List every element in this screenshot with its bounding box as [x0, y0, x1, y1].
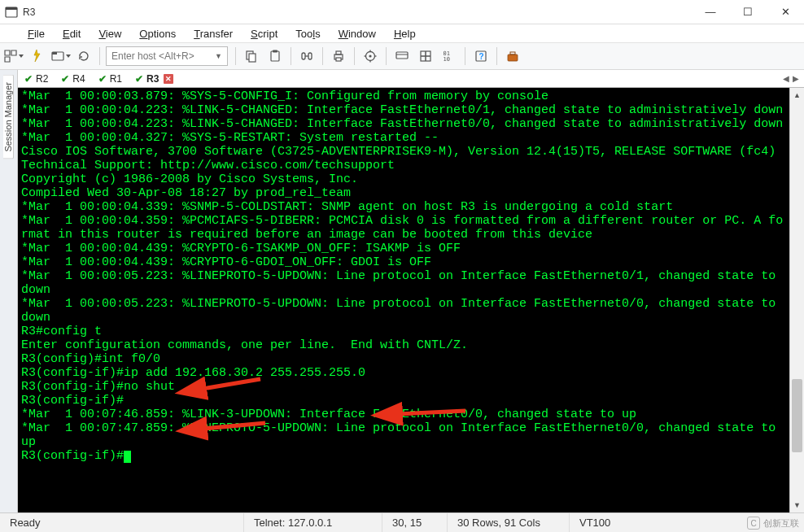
terminal-line: R3(config-if)#	[21, 394, 124, 408]
terminal-output[interactable]: *Mar 1 00:00:03.879: %SYS-5-CONFIG_I: Co…	[18, 88, 789, 512]
toolbar: Enter host <Alt+R> ▼ 0110 ?	[0, 42, 804, 70]
tab-nav-arrows: ◀ ▶	[783, 74, 799, 83]
terminal-line: R3(config-if)#no shut	[21, 380, 175, 394]
toolbar-separator	[291, 47, 291, 65]
menu-window[interactable]: Window	[330, 26, 384, 41]
terminal-line: *Mar 1 00:00:04.223: %LINK-5-CHANGED: In…	[21, 103, 783, 117]
status-bar: Ready Telnet: 127.0.0.1 30, 15 30 Rows, …	[0, 512, 804, 532]
host-input[interactable]: Enter host <Alt+R> ▼	[106, 46, 228, 66]
toolbar-separator	[354, 47, 355, 65]
session-tab-r4[interactable]: ✔R4	[58, 72, 88, 86]
window-title: R3	[23, 7, 35, 18]
properties-button[interactable]	[359, 45, 382, 68]
session-manager-button[interactable]	[2, 45, 24, 68]
terminal-line: *Mar 1 00:00:04.439: %CRYPTO-6-ISAKMP_ON…	[21, 242, 461, 255]
tile-button[interactable]	[414, 45, 437, 68]
watermark: C 创新互联	[747, 517, 799, 530]
terminal-line: Enter configuration commands, one per li…	[21, 338, 468, 352]
menu-help[interactable]: Help	[386, 26, 424, 41]
terminal-line: Compiled Wed 30-Apr-08 18:27 by prod_rel…	[21, 186, 351, 200]
close-button[interactable]: ✕	[767, 0, 804, 24]
menu-file[interactable]: File	[20, 26, 53, 41]
terminal-line: *Mar 1 00:00:04.339: %SNMP-5-COLDSTART: …	[21, 200, 673, 214]
session-tab-r3[interactable]: ✔R3✕	[132, 72, 177, 86]
chevron-down-icon: ▼	[215, 52, 222, 60]
svg-rect-9	[308, 53, 312, 59]
svg-rect-8	[302, 53, 305, 59]
terminal-line: R3(config-if)#	[21, 449, 124, 463]
menu-bar: File Edit View Options Transfer Script T…	[0, 24, 804, 42]
toolbar-separator	[235, 47, 236, 65]
check-icon: ✔	[98, 73, 107, 85]
svg-rect-29	[508, 55, 518, 61]
minimize-button[interactable]: —	[692, 0, 729, 24]
session-tabs-row: ✔R2 ✔R4 ✔R1 ✔R3✕ ◀ ▶	[18, 70, 804, 88]
scroll-track[interactable]	[790, 102, 804, 498]
side-panel: Session Manager	[0, 70, 18, 512]
connect-in-tab-button[interactable]	[49, 45, 72, 68]
status-cursor: 30, 15	[382, 513, 448, 532]
copy-button[interactable]	[240, 45, 263, 68]
tab-prev-icon[interactable]: ◀	[783, 74, 789, 83]
scroll-down-button[interactable]: ▼	[790, 498, 804, 512]
paste-button[interactable]	[264, 45, 286, 68]
svg-rect-13	[336, 58, 341, 61]
check-icon: ✔	[61, 73, 69, 85]
session-manager-tab[interactable]: Session Manager	[3, 75, 14, 159]
scroll-thumb[interactable]	[792, 379, 802, 452]
menu-script[interactable]: Script	[243, 26, 286, 41]
status-ready: Ready	[0, 513, 244, 532]
watermark-logo-icon: C	[747, 517, 760, 530]
reconnect-button[interactable]	[72, 45, 95, 68]
title-bar: R3 — ☐ ✕	[0, 0, 804, 24]
menu-options[interactable]: Options	[131, 26, 184, 41]
terminal-cursor	[124, 451, 131, 463]
tab-next-icon[interactable]: ▶	[793, 74, 799, 83]
menu-view[interactable]: View	[90, 26, 129, 41]
host-placeholder: Enter host <Alt+R>	[111, 50, 194, 62]
session-tab-r2[interactable]: ✔R2	[21, 72, 51, 86]
terminal-line: *Mar 1 00:00:04.327: %SYS-5-RESTART: Sys…	[21, 131, 439, 145]
toolbox-button[interactable]	[501, 45, 524, 68]
toolbar-separator	[465, 47, 465, 65]
svg-rect-30	[510, 52, 515, 55]
watermark-text: 创新互联	[763, 517, 799, 530]
terminal-line: Cisco IOS Software, 3700 Software (C3725…	[21, 145, 776, 159]
scroll-up-button[interactable]: ▲	[790, 88, 804, 102]
terminal-line: *Mar 1 00:00:04.359: %PCMCIAFS-5-DIBERR:…	[21, 214, 783, 242]
svg-text:10: 10	[444, 56, 450, 63]
svg-rect-7	[273, 50, 277, 53]
terminal-line: R3#config t	[21, 325, 102, 338]
svg-rect-6	[271, 51, 279, 61]
terminal-line: Technical Support: http://www.cisco.com/…	[21, 159, 395, 172]
svg-rect-5	[249, 54, 256, 62]
status-dimensions: 30 Rows, 91 Cols	[448, 513, 570, 532]
help-button[interactable]: ?	[470, 45, 492, 68]
check-icon: ✔	[135, 73, 143, 85]
svg-rect-12	[336, 51, 341, 55]
scrollbar[interactable]: ▲ ▼	[789, 88, 804, 512]
terminal-icon	[5, 6, 18, 19]
terminal-line: R3(config-if)#ip add 192.168.30.2 255.25…	[21, 366, 365, 380]
print-button[interactable]	[327, 45, 350, 68]
close-tab-icon[interactable]: ✕	[164, 74, 173, 84]
toolbar-separator	[99, 47, 100, 65]
find-button[interactable]	[295, 45, 318, 68]
menu-transfer[interactable]: Transfer	[186, 26, 241, 41]
terminal-line: *Mar 1 00:00:04.439: %CRYPTO-6-GDOI_ON_O…	[21, 255, 431, 269]
toolbar-separator	[496, 47, 497, 65]
terminal-line: R3(config)#int f0/0	[21, 352, 160, 366]
quick-connect-button[interactable]	[25, 45, 48, 68]
app-icon	[5, 6, 18, 19]
toolbar-separator	[386, 47, 387, 65]
svg-rect-20	[396, 52, 408, 59]
maximize-button[interactable]: ☐	[729, 0, 767, 24]
svg-point-15	[369, 55, 371, 57]
menu-tools[interactable]: Tools	[287, 26, 328, 41]
menu-edit[interactable]: Edit	[55, 26, 89, 41]
hex-view-button[interactable]: 0110	[438, 45, 461, 68]
svg-text:?: ?	[479, 52, 484, 61]
session-tab-r1[interactable]: ✔R1	[95, 72, 125, 86]
command-window-button[interactable]	[391, 45, 413, 68]
status-connection: Telnet: 127.0.0.1	[244, 513, 382, 532]
